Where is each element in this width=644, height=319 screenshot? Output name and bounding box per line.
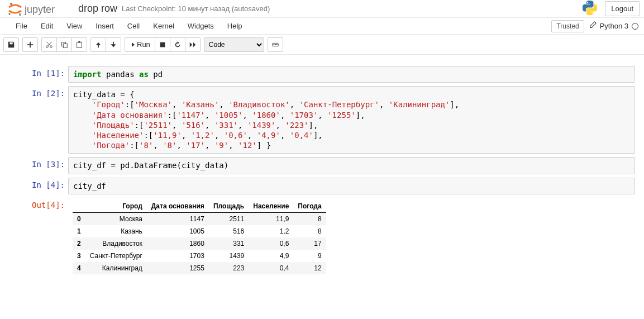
restart-button[interactable] [170, 37, 185, 52]
logout-button[interactable]: Logout [605, 1, 640, 16]
table-row: 0Москва1147251111,98 [73, 212, 326, 225]
table-cell: 1147 [147, 212, 209, 225]
row-index: 2 [73, 237, 85, 250]
svg-text:jupyter: jupyter [24, 4, 55, 15]
cut-button[interactable] [41, 37, 57, 52]
jupyter-logo[interactable]: jupyter [8, 2, 69, 16]
code-input[interactable]: city_data = { 'Город':['Москва', 'Казань… [68, 86, 635, 154]
menu-help[interactable]: Help [221, 18, 249, 34]
code-cell[interactable]: In [2]:city_data = { 'Город':['Москва', … [9, 86, 635, 154]
table-cell: 2511 [209, 212, 249, 225]
table-cell: Санкт-Петербург [85, 250, 147, 262]
notebook-name[interactable]: drop row [78, 3, 117, 15]
trusted-indicator[interactable]: Trusted [551, 20, 584, 32]
table-cell: 1439 [209, 250, 249, 262]
command-palette-button[interactable] [268, 37, 283, 52]
toolbar: Run Code [0, 35, 644, 55]
table-cell: 12 [293, 262, 326, 274]
restart-run-all-button[interactable] [185, 37, 201, 52]
paste-button[interactable] [71, 37, 87, 52]
row-index: 3 [73, 250, 85, 262]
table-cell: 1703 [147, 250, 209, 262]
svg-rect-12 [160, 42, 165, 47]
table-cell: 331 [209, 237, 249, 250]
move-up-button[interactable] [90, 37, 106, 52]
table-cell: Владивосток [85, 237, 147, 250]
menu-cell[interactable]: Cell [121, 18, 146, 34]
table-header: Погода [293, 200, 326, 213]
output-cell: Out[4]:ГородДата основанияПлощадьНаселен… [9, 198, 635, 277]
menu-file[interactable]: File [9, 18, 34, 34]
table-row: 2Владивосток18603310,617 [73, 237, 326, 250]
table-cell: 223 [209, 262, 249, 274]
run-button[interactable]: Run [125, 37, 155, 52]
interrupt-button[interactable] [155, 37, 170, 52]
row-index: 4 [73, 262, 85, 274]
svg-point-0 [10, 3, 12, 5]
copy-button[interactable] [56, 37, 72, 52]
output-prompt: Out[4]: [9, 198, 68, 277]
table-cell: 4,9 [249, 250, 293, 262]
kernel-logo-icon [581, 0, 598, 18]
code-cell[interactable]: In [3]:city_df = pd.DataFrame(city_data) [9, 157, 635, 174]
svg-point-4 [587, 2, 588, 3]
kernel-status-icon [632, 23, 638, 30]
table-header [73, 200, 85, 213]
table-cell: 9 [293, 250, 326, 262]
header: jupyter drop row Last Checkpoint: 10 мин… [0, 0, 644, 18]
output-area: ГородДата основанияПлощадьНаселениеПогод… [68, 198, 635, 277]
menu-kernel[interactable]: Kernel [146, 18, 181, 34]
kernel-name: Python 3 [600, 22, 628, 30]
table-cell: Казань [85, 225, 147, 237]
code-input[interactable]: import pandas as pd [68, 66, 635, 83]
svg-point-2 [8, 13, 10, 15]
input-prompt: In [2]: [9, 86, 68, 154]
code-input[interactable]: city_df = pd.DataFrame(city_data) [68, 157, 635, 174]
input-prompt: In [3]: [9, 157, 68, 174]
menu-view[interactable]: View [60, 18, 89, 34]
svg-rect-11 [78, 41, 80, 42]
table-cell: 1,2 [249, 225, 293, 237]
move-down-button[interactable] [106, 37, 121, 52]
table-cell: 1255 [147, 262, 209, 274]
svg-rect-10 [77, 42, 82, 47]
svg-rect-14 [273, 44, 274, 45]
svg-point-5 [591, 13, 593, 14]
code-cell[interactable]: In [1]:import pandas as pd [9, 66, 635, 83]
save-button[interactable] [3, 37, 19, 52]
table-header: Город [85, 200, 147, 213]
table-cell: 0,6 [249, 237, 293, 250]
checkpoint-status: Last Checkpoint: 10 минут назад (autosav… [122, 4, 270, 13]
cell-type-select[interactable]: Code [204, 37, 264, 52]
table-cell: 1005 [147, 225, 209, 237]
svg-point-1 [19, 13, 22, 16]
code-input[interactable]: city_df [68, 178, 635, 194]
add-cell-button[interactable] [22, 37, 38, 52]
notebook-container: In [1]:import pandas as pdIn [2]:city_da… [4, 55, 640, 284]
table-row: 4Калининград12552230,412 [73, 262, 326, 274]
table-cell: 11,9 [249, 212, 293, 225]
menubar: File Edit View Insert Cell Kernel Widget… [0, 18, 644, 35]
code-cell[interactable]: In [4]:city_df [9, 178, 635, 194]
row-index: 0 [73, 212, 85, 225]
table-cell: 8 [293, 212, 326, 225]
table-cell: Калининград [85, 262, 147, 274]
table-cell: 8 [293, 225, 326, 237]
input-prompt: In [4]: [9, 178, 68, 194]
edit-icon[interactable] [589, 21, 597, 31]
table-row: 3Санкт-Петербург170314394,99 [73, 250, 326, 262]
table-cell: 17 [293, 237, 326, 250]
menu-edit[interactable]: Edit [34, 18, 60, 34]
table-header: Население [249, 200, 293, 213]
table-cell: 516 [209, 225, 249, 237]
table-cell: 1860 [147, 237, 209, 250]
svg-rect-15 [275, 44, 276, 45]
row-index: 1 [73, 225, 85, 237]
menu-widgets[interactable]: Widgets [181, 18, 221, 34]
svg-rect-16 [276, 44, 278, 45]
menu-insert[interactable]: Insert [89, 18, 121, 34]
table-header: Площадь [209, 200, 249, 213]
svg-rect-9 [63, 44, 67, 47]
table-cell: Москва [85, 212, 147, 225]
dataframe-table: ГородДата основанияПлощадьНаселениеПогод… [73, 200, 326, 274]
